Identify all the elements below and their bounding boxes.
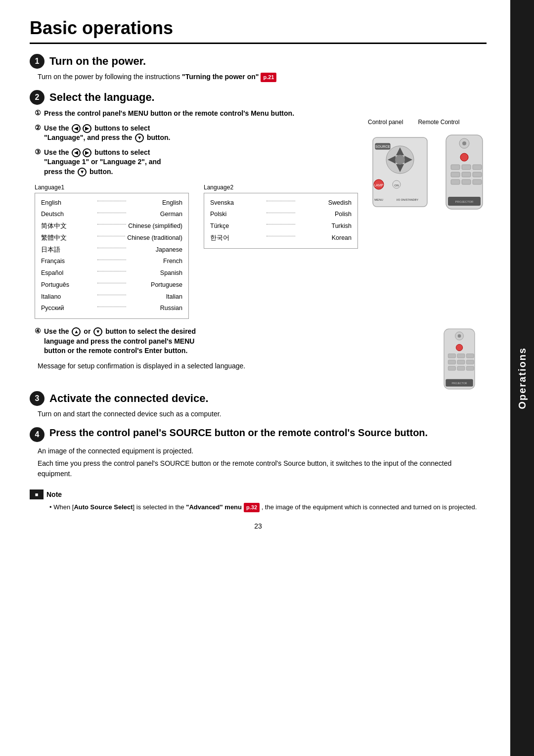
step4-section: 4 Press the control panel's SOURCE butto… bbox=[30, 427, 487, 479]
lang-value: Japanese bbox=[128, 244, 182, 256]
lang-value: Chinese (traditional) bbox=[127, 232, 182, 244]
list-item: EspañolSpanish bbox=[41, 267, 182, 279]
list-item: PolskiPolish bbox=[210, 209, 352, 221]
svg-rect-21 bbox=[473, 165, 482, 170]
sub-step3-line: ③ Use the ◀▶ buttons to select "Language… bbox=[35, 148, 358, 177]
list-item: TürkçeTurkish bbox=[210, 221, 352, 232]
step1-heading-text: Turn on the power. bbox=[49, 55, 146, 68]
lang-name: Svenska bbox=[210, 197, 265, 209]
lang-name: Polski bbox=[210, 209, 265, 221]
note-bold2: "Advanced" menu bbox=[186, 503, 242, 511]
lang-name: 简体中文 bbox=[41, 221, 95, 232]
svg-rect-39 bbox=[466, 360, 474, 364]
list-item: PortuguêsPortuguese bbox=[41, 279, 182, 291]
sub-step3-text: Use the ◀▶ buttons to select "Language 1… bbox=[44, 148, 161, 177]
sub-step3: ③ Use the ◀▶ buttons to select "Language… bbox=[35, 148, 358, 177]
svg-rect-27 bbox=[473, 179, 482, 184]
step3-number: 3 bbox=[30, 391, 44, 406]
step1-number: 1 bbox=[30, 54, 44, 69]
note-text: • When [Auto Source Select] is selected … bbox=[49, 502, 487, 512]
list-item: 한국어Korean bbox=[210, 232, 352, 244]
page-title: Basic operations bbox=[30, 18, 487, 44]
list-item: 日本語Japanese bbox=[41, 244, 182, 256]
sub4-down-arrow-icon: ▼ bbox=[93, 327, 102, 336]
svg-rect-24 bbox=[473, 172, 482, 177]
lang-value: Portuguese bbox=[128, 279, 182, 291]
svg-text:MENU: MENU bbox=[374, 198, 383, 201]
sub2-down-arrow-icon: ▼ bbox=[135, 133, 144, 142]
list-item: EnglishEnglish bbox=[41, 197, 182, 209]
step2-heading: 2 Select the language. bbox=[30, 90, 487, 105]
lang-value: Korean bbox=[297, 232, 352, 244]
svg-rect-40 bbox=[448, 366, 455, 370]
svg-rect-34 bbox=[448, 354, 455, 358]
remote-control-svg: PROJECTOR bbox=[442, 133, 487, 212]
step2-heading-text: Select the language. bbox=[49, 91, 155, 104]
svg-rect-25 bbox=[451, 179, 460, 184]
lang-table1: Language1 EnglishEnglishDeutschGerman简体中… bbox=[35, 184, 189, 319]
note-text1: When [ bbox=[53, 503, 74, 511]
step4-text1: An image of the connected equipment is p… bbox=[38, 446, 487, 456]
lang-value: Russian bbox=[128, 303, 182, 314]
sub-step1-line: ① Press the control panel's MENU button … bbox=[35, 109, 358, 119]
list-item: FrançaisFrench bbox=[41, 256, 182, 267]
sub3-left-arrow-icon: ◀ bbox=[72, 148, 81, 157]
lang-name: Italiano bbox=[41, 291, 95, 303]
list-item: ItalianoItalian bbox=[41, 291, 182, 303]
svg-text:I/O ON/STANDBY: I/O ON/STANDBY bbox=[397, 198, 419, 201]
list-item: 简体中文Chinese (simplified) bbox=[41, 221, 182, 232]
lang-name: Русский bbox=[41, 303, 95, 314]
svg-rect-26 bbox=[462, 179, 471, 184]
sub-step2-num: ② bbox=[35, 124, 41, 132]
step1-text: Turn on the power by following the instr… bbox=[38, 73, 182, 81]
step4-heading: 4 Press the control panel's SOURCE butto… bbox=[30, 427, 487, 442]
list-item: SvenskaSwedish bbox=[210, 197, 352, 209]
remote-control-label: Remote Control bbox=[418, 119, 459, 126]
svg-point-6 bbox=[395, 155, 405, 165]
lang-name: Français bbox=[41, 256, 95, 267]
sub3-right-arrow-icon: ▶ bbox=[83, 148, 91, 157]
svg-rect-19 bbox=[451, 165, 460, 170]
step3-text: Turn on and start the connected device s… bbox=[38, 409, 487, 419]
lang-table1-title: Language1 bbox=[35, 184, 189, 191]
svg-rect-38 bbox=[457, 360, 465, 364]
step1-ref: p.21 bbox=[261, 73, 276, 82]
sub-step4-text: Use the ▲ or ▼ button to select the desi… bbox=[44, 327, 196, 356]
svg-rect-23 bbox=[462, 172, 471, 177]
select-lang-left: ① Press the control panel's MENU button … bbox=[30, 109, 368, 319]
sub3-down-arrow-icon: ▼ bbox=[78, 168, 87, 177]
step2-number: 2 bbox=[30, 90, 44, 105]
select-lang-container: ① Press the control panel's MENU button … bbox=[30, 109, 487, 319]
step3-heading: 3 Activate the connected device. bbox=[30, 391, 487, 406]
lang-table2: Language2 SvenskaSwedishPolskiPolishTürk… bbox=[204, 184, 358, 319]
page-container: Basic operations 1 Turn on the power. Tu… bbox=[0, 0, 534, 756]
sub-step4-num: ④ bbox=[35, 327, 41, 335]
svg-text:PROJECTOR: PROJECTOR bbox=[455, 200, 474, 203]
control-panel-label: Control panel bbox=[368, 119, 403, 126]
lang-value: Italian bbox=[128, 291, 182, 303]
svg-rect-42 bbox=[466, 366, 474, 370]
lang-table2-title: Language2 bbox=[204, 184, 358, 191]
control-panel-svg: SOURCE LAMP ON MENU I/O ON/STANDBY bbox=[368, 133, 432, 212]
lang-value: German bbox=[128, 209, 182, 221]
lang-name: 繁體中文 bbox=[41, 232, 95, 244]
lang-value: English bbox=[128, 197, 182, 209]
sub-step4: ④ Use the ▲ or ▼ button to select the de… bbox=[35, 327, 407, 356]
note-label: Note bbox=[46, 490, 62, 498]
note-text3: , the image of the equipment which is co… bbox=[260, 503, 477, 511]
sub-step1-text: Press the control panel's MENU button or… bbox=[44, 109, 294, 119]
side-tab: Operations bbox=[510, 0, 534, 756]
lang-value: Chinese (simplified) bbox=[128, 221, 182, 232]
step4-heading-text: Press the control panel's SOURCE button … bbox=[49, 427, 428, 439]
list-item: РусскийRussian bbox=[41, 303, 182, 314]
svg-rect-41 bbox=[457, 366, 465, 370]
step2-sub4-left: ④ Use the ▲ or ▼ button to select the de… bbox=[30, 327, 407, 391]
sub4-up-arrow-icon: ▲ bbox=[72, 327, 81, 336]
note-section: ■ Note bbox=[30, 489, 487, 499]
svg-text:LAMP: LAMP bbox=[374, 183, 383, 187]
lang-name: Deutsch bbox=[41, 209, 95, 221]
step2-section: 2 Select the language. ① Press the contr… bbox=[30, 90, 487, 319]
page-number: 23 bbox=[30, 522, 487, 530]
sub-step2-line: ② Use the ◀▶ buttons to select "Language… bbox=[35, 124, 358, 143]
svg-text:ON: ON bbox=[395, 184, 399, 187]
